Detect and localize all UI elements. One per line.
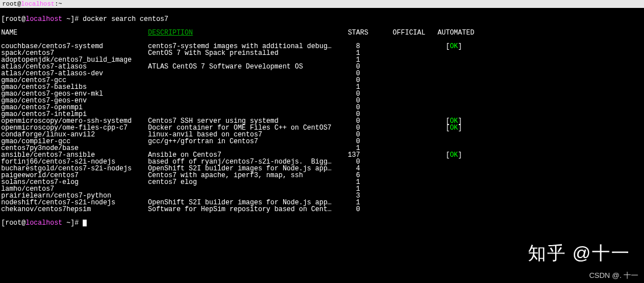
prompt-line-2[interactable]: [root@localhost ~]# xyxy=(1,220,643,226)
cursor xyxy=(83,220,87,226)
title-text: root@localhost:~ xyxy=(2,0,62,8)
terminal[interactable]: [root@localhost ~]# docker search centos… xyxy=(0,8,644,234)
watermark: 知乎 @十一 xyxy=(528,241,630,266)
title-bar: root@localhost:~ xyxy=(0,0,644,8)
prompt-line: [root@localhost ~]# docker search centos… xyxy=(1,16,643,23)
result-row: chekanov/centos7hepsim Software for HepS… xyxy=(1,206,643,213)
watermark-csdn: CSDN @. 十一 xyxy=(589,271,638,281)
header-row: NAME DESCRIPTION STARS OFFICIAL AUTOMATE… xyxy=(1,29,643,36)
